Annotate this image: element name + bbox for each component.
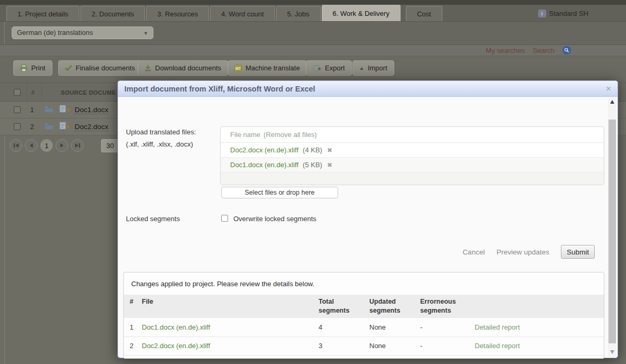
- machine-translate-button[interactable]: MT Machine translate: [228, 60, 307, 76]
- documents-toolbar: Print Finalise documents Download docume…: [0, 56, 626, 83]
- user-badge: i Standard SH: [538, 10, 588, 17]
- row-num: 1: [124, 318, 137, 336]
- scrollbar-thumb[interactable]: [609, 120, 616, 343]
- preview-updates-button[interactable]: Preview updates: [496, 248, 549, 256]
- page-size-input[interactable]: 30: [101, 139, 119, 152]
- select-files-button[interactable]: Select files or drop here: [221, 187, 338, 198]
- tab-resources[interactable]: 3. Resources: [146, 6, 209, 21]
- export-icon: [313, 65, 321, 71]
- download-icon: [144, 65, 151, 71]
- row-checkbox[interactable]: [14, 106, 21, 113]
- tab-cost[interactable]: Cost: [406, 6, 442, 21]
- first-page-button[interactable]: [10, 139, 22, 152]
- uploaded-file-name: Doc2.docx (en.de).xliff: [230, 146, 298, 154]
- user-badge-label: Standard SH: [549, 10, 588, 17]
- tab-documents[interactable]: 2. Documents: [80, 6, 145, 21]
- printer-icon: [20, 65, 28, 72]
- changes-table: # File Total segments Updated segments E…: [124, 295, 604, 356]
- search-row: My searches Search: [0, 44, 626, 56]
- import-icon: ▲: [359, 66, 364, 71]
- info-icon[interactable]: i: [538, 10, 546, 17]
- print-button[interactable]: Print: [13, 60, 52, 76]
- upload-files-label: Upload translated files: (.xlf, .xliff, …: [126, 126, 196, 150]
- star-icon: ★: [65, 123, 70, 130]
- dialog-actions: Cancel Preview updates Submit: [462, 245, 595, 259]
- locked-segments-label: Locked segments: [126, 215, 180, 223]
- select-all-checkbox[interactable]: [14, 89, 21, 96]
- download-label: Download documents: [155, 64, 221, 72]
- tab-word-count[interactable]: 4. Word count: [210, 6, 275, 21]
- top-strip: [0, 0, 626, 5]
- uploaded-file-name: Doc1.docx (en.de).xliff: [230, 161, 298, 169]
- language-dropdown-value: German (de) translations: [17, 29, 93, 37]
- next-page-button[interactable]: [56, 139, 68, 152]
- detailed-report-link[interactable]: Detailed report: [475, 342, 520, 350]
- erroneous-segments-value: -: [415, 318, 469, 336]
- result-file-link[interactable]: Doc2.docx (en.de).xliff: [142, 342, 210, 350]
- col-erroneous-segments: Errorneous segments: [415, 295, 469, 318]
- machine-translate-icon: MT: [234, 65, 242, 72]
- updated-segments-value: None: [364, 318, 415, 336]
- cancel-button[interactable]: Cancel: [462, 248, 485, 256]
- dialog-scrollbar[interactable]: [608, 97, 616, 357]
- col-num: #: [124, 295, 137, 318]
- dialog-body: Upload translated files: (.xlf, .xliff, …: [118, 97, 608, 357]
- row-number: 1: [30, 106, 34, 114]
- document-link[interactable]: Doc1.docx: [75, 106, 108, 114]
- submit-button[interactable]: Submit: [561, 245, 595, 259]
- tab-project-details[interactable]: 1. Project details: [6, 6, 79, 21]
- current-page-button[interactable]: 1: [40, 139, 53, 152]
- my-searches-link[interactable]: My searches: [486, 47, 525, 54]
- remove-all-files-link[interactable]: (Remove all files): [264, 131, 316, 139]
- remove-file-icon[interactable]: ✖: [327, 161, 332, 169]
- close-icon[interactable]: ×: [606, 84, 611, 93]
- scroll-down-icon[interactable]: [610, 350, 614, 354]
- dialog-title: Import document from Xliff, Microsoft Wo…: [124, 85, 315, 93]
- row-checkbox[interactable]: [14, 123, 21, 130]
- file-name-column-label: File name: [230, 131, 260, 139]
- machine-translate-label: Machine translate: [246, 64, 300, 72]
- col-report: [469, 295, 604, 318]
- chevron-down-icon: ▼: [143, 28, 148, 39]
- folder-icon[interactable]: [44, 105, 53, 113]
- list-item: Doc1.docx (en.de).xliff (5 KB) ✖: [221, 158, 604, 172]
- import-label: Import: [368, 64, 387, 72]
- svg-text:MT: MT: [235, 67, 241, 70]
- prev-page-button[interactable]: [25, 139, 38, 152]
- row-number: 2: [30, 123, 34, 131]
- overwrite-locked-label: Overwrite locked segments: [233, 215, 316, 223]
- tab-work-delivery[interactable]: 6. Work & Delivery: [322, 5, 401, 21]
- language-dropdown[interactable]: German (de) translations ▼: [12, 26, 153, 39]
- scroll-up-icon[interactable]: [610, 100, 614, 104]
- import-button[interactable]: ▲ Import: [352, 60, 394, 76]
- star-icon: ★: [65, 106, 70, 113]
- erroneous-segments-value: -: [415, 336, 469, 355]
- finalise-label: Finalise documents: [76, 64, 135, 72]
- dialog-header: Import document from Xliff, Microsoft Wo…: [118, 81, 618, 97]
- last-page-button[interactable]: [71, 139, 84, 152]
- total-segments-value: 3: [313, 336, 364, 355]
- finalise-documents-button[interactable]: Finalise documents: [58, 60, 142, 76]
- import-dialog: Import document from Xliff, Microsoft Wo…: [117, 80, 618, 358]
- tab-bar: 1. Project details 2. Documents 3. Resou…: [0, 5, 626, 22]
- col-total-segments: Total segments: [313, 295, 364, 318]
- result-file-link[interactable]: Doc1.docx (en.de).xliff: [142, 323, 210, 331]
- folder-icon[interactable]: [44, 122, 53, 130]
- changes-message: Changes applied to project. Please revie…: [124, 272, 604, 288]
- table-row: 1 Doc1.docx (en.de).xliff 4 None - Detai…: [124, 318, 604, 336]
- check-icon: [65, 65, 72, 71]
- search-link[interactable]: Search: [533, 47, 555, 54]
- export-button[interactable]: Export: [306, 60, 352, 76]
- overwrite-locked-checkbox[interactable]: [221, 215, 228, 222]
- tab-jobs[interactable]: 5. Jobs: [276, 6, 321, 21]
- search-icon[interactable]: [563, 46, 571, 54]
- document-link[interactable]: Doc2.docx: [75, 123, 108, 131]
- download-documents-button[interactable]: Download documents: [138, 60, 228, 76]
- col-hash: #: [31, 89, 35, 96]
- pagination: 1 30: [10, 139, 119, 152]
- col-source-document: SOURCE DOCUME: [61, 89, 116, 96]
- list-item: Doc2.docx (en.de).xliff (4 KB) ✖: [221, 143, 604, 158]
- filter-row: German (de) translations ▼: [0, 22, 626, 44]
- remove-file-icon[interactable]: ✖: [327, 147, 332, 154]
- detailed-report-link[interactable]: Detailed report: [475, 323, 520, 331]
